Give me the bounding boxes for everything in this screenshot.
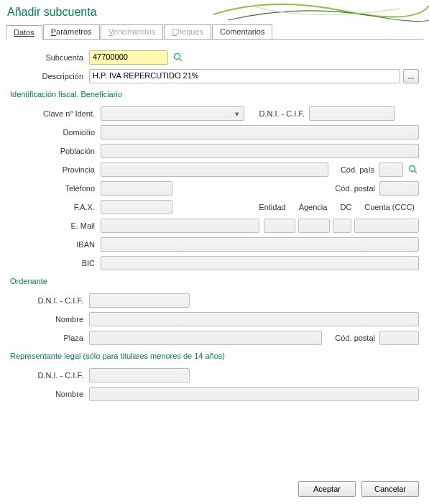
tab-vencimientos[interactable]: Vencimientos <box>101 24 163 39</box>
ord-dni-input[interactable] <box>89 293 190 308</box>
rep-dni-label: D.N.I. - C.I.F. <box>22 371 89 380</box>
entidad-input[interactable] <box>264 219 295 233</box>
ord-nombre-label: Nombre <box>22 315 89 324</box>
domicilio-input[interactable] <box>101 125 419 139</box>
panel-datos: Subcuenta 47700000 Descripción H.P. IVA … <box>0 40 429 412</box>
accept-button[interactable]: Aceptar <box>298 481 356 497</box>
agencia-label: Agencia <box>295 203 332 211</box>
tab-comentarios[interactable]: Comentarios <box>212 24 272 39</box>
descripcion-input[interactable]: H.P. IVA REPERCUTIDO 21% <box>89 69 400 83</box>
provincia-input[interactable] <box>101 162 328 177</box>
chevron-down-icon: ▾ <box>231 107 244 120</box>
svg-line-3 <box>415 171 418 174</box>
decorative-swoosh <box>213 0 429 24</box>
dni-label: D.N.I. - C.I.F. <box>244 109 309 118</box>
fax-input[interactable] <box>101 200 172 214</box>
dialog-buttons: Aceptar Cancelar <box>298 481 419 497</box>
svg-point-2 <box>410 166 415 172</box>
agencia-input[interactable] <box>298 219 330 233</box>
entidad-label: Entidad <box>254 203 290 211</box>
cuenta-label: Cuenta (CCC) <box>360 203 419 211</box>
search-icon-pais[interactable] <box>407 164 419 175</box>
section-ordenante-title: Ordenante <box>10 277 419 285</box>
iban-input[interactable] <box>101 237 419 252</box>
rep-dni-input[interactable] <box>89 368 190 382</box>
dni-input[interactable] <box>309 106 395 121</box>
clave-dropdown[interactable]: ▾ <box>101 106 244 121</box>
cuenta-input[interactable] <box>354 219 419 233</box>
descripcion-label: Descripción <box>10 72 89 81</box>
poblacion-input[interactable] <box>101 144 419 158</box>
codpostal-input[interactable] <box>379 181 419 196</box>
tabs: Datos Parámetros Vencimientos Cheques Co… <box>6 24 423 40</box>
tab-parametros[interactable]: Parámetros <box>43 24 100 39</box>
dc-label: DC <box>336 203 356 211</box>
iban-label: IBAN <box>22 240 101 249</box>
rep-nombre-input[interactable] <box>89 387 419 401</box>
rep-nombre-label: Nombre <box>22 390 89 398</box>
page-title: Añadir subcuenta <box>7 6 97 19</box>
ord-plaza-input[interactable] <box>89 331 322 345</box>
clave-label: Clave nº Ident. <box>22 109 101 118</box>
tab-cheques[interactable]: Cheques <box>164 24 211 39</box>
ord-nombre-input[interactable] <box>89 312 419 326</box>
subcuenta-input[interactable]: 47700000 <box>89 50 168 65</box>
provincia-label: Provincia <box>22 165 101 174</box>
cancel-button[interactable]: Cancelar <box>361 481 419 497</box>
telefono-label: Teléfono <box>22 184 101 193</box>
ord-codpostal-input[interactable] <box>379 331 419 345</box>
ord-dni-label: D.N.I. - C.I.F. <box>22 296 89 305</box>
ellipsis-button[interactable]: ... <box>403 69 419 83</box>
poblacion-label: Población <box>22 147 101 155</box>
telefono-input[interactable] <box>101 181 172 196</box>
svg-line-1 <box>180 59 183 62</box>
codpais-label: Cód. país <box>328 165 379 174</box>
fax-label: F.A.X. <box>22 203 101 211</box>
bic-input[interactable] <box>101 256 419 270</box>
svg-point-0 <box>175 54 180 60</box>
codpais-input[interactable] <box>379 162 403 177</box>
bic-label: BIC <box>22 259 101 267</box>
ord-codpostal-label: Cód. postal <box>322 334 379 342</box>
domicilio-label: Domicilio <box>22 128 101 137</box>
section-identificacion-title: Identificación fiscal. Beneficiario <box>10 90 419 98</box>
search-icon[interactable] <box>172 52 184 63</box>
subcuenta-label: Subcuenta <box>10 53 89 62</box>
header: Añadir subcuenta <box>0 0 429 24</box>
tab-datos[interactable]: Datos <box>6 25 42 40</box>
ord-plaza-label: Plaza <box>22 334 89 342</box>
email-input[interactable] <box>101 219 259 233</box>
dc-input[interactable] <box>333 219 351 233</box>
codpostal-label: Cód. postal <box>322 184 379 193</box>
email-label: E. Mail <box>22 221 101 230</box>
section-representante-title: Representante legal (sólo para titulares… <box>10 352 419 360</box>
